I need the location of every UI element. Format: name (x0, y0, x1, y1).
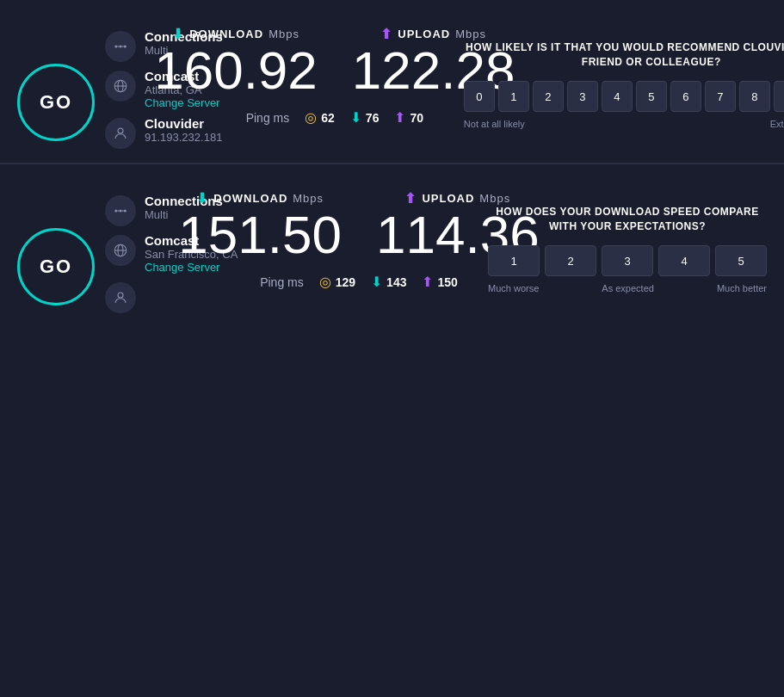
isp-icon-1 (105, 71, 136, 102)
much-worse-label: Much worse (488, 283, 539, 293)
survey-question-2: HOW DOES YOUR DOWNLOAD SPEED COMPARE WIT… (488, 205, 767, 234)
rating-button-0[interactable]: 0 (464, 81, 495, 112)
go-button-2[interactable]: GO (17, 228, 95, 305)
ping-dl-value-1: 76 (366, 111, 380, 125)
go-button-1[interactable]: GO (17, 64, 95, 141)
rating-button-2[interactable]: 2 (533, 81, 564, 112)
rating-button-5-3[interactable]: 3 (602, 245, 653, 276)
rating-row-1: 012345678910 (464, 81, 784, 112)
not-likely-label: Not at all likely (464, 119, 525, 129)
rating-button-5-4[interactable]: 4 (658, 245, 710, 276)
download-block-2: ⬇ DOWNLOAD Mbps 151.50 (178, 190, 342, 262)
isp-icon-2 (105, 235, 136, 266)
svg-point-8 (118, 128, 123, 133)
rating-labels-2: Much worse As expected Much better (488, 283, 767, 293)
server-row-2 (105, 281, 238, 313)
ping-dl-icon: ⬇ (350, 109, 361, 126)
server-ip-1: 91.193.232.181 (145, 131, 222, 144)
ping-server-2: ◎ 129 (319, 274, 355, 290)
svg-point-17 (118, 293, 123, 298)
connections-icon-2 (105, 195, 136, 226)
rating-labels-1: Not at all likely Extremely Likely (464, 119, 784, 129)
svg-point-0 (114, 46, 117, 48)
server-icon-2 (105, 282, 136, 313)
svg-point-9 (114, 210, 117, 213)
download-block-1: ⬇ DOWNLOAD Mbps 160.92 (154, 26, 318, 97)
server-label-1: Clouvider (145, 116, 222, 131)
ping-ul-value-2: 150 (437, 275, 457, 289)
rating-button-1[interactable]: 1 (498, 81, 529, 112)
server-icon-1 (105, 118, 136, 149)
svg-point-10 (120, 210, 122, 213)
panel-1: GO Connections Multi (0, 0, 784, 163)
go-button-wrap-2: GO (17, 185, 95, 305)
ping-ul-value-1: 70 (410, 111, 423, 125)
much-better-label: Much better (717, 283, 767, 293)
ping-icon-2: ◎ (319, 274, 331, 290)
go-button-wrap: GO (17, 21, 95, 141)
rating-row-2: 12345 (488, 245, 767, 276)
ping-ul-icon: ⬆ (394, 109, 405, 126)
ping-value-2: 129 (336, 275, 355, 289)
panel-1-stats: ⬇ DOWNLOAD Mbps 160.92 ⬆ UPLOAD Mbps 122… (223, 21, 447, 149)
rating-button-5-2[interactable]: 2 (545, 245, 596, 276)
panel-2-survey: HOW DOES YOUR DOWNLOAD SPEED COMPARE WIT… (471, 185, 784, 313)
rating-button-5-5[interactable]: 5 (715, 245, 767, 276)
ping-dl-icon-2: ⬇ (371, 274, 382, 290)
ping-dl-value-2: 143 (386, 275, 406, 289)
ping-value-1: 62 (321, 111, 335, 125)
ping-icon-1: ◎ (305, 109, 317, 126)
rating-button-8[interactable]: 8 (739, 81, 770, 112)
svg-point-1 (120, 46, 122, 48)
ping-dl-2: ⬇ 143 (371, 274, 406, 290)
ping-ul-icon-2: ⬆ (422, 274, 433, 290)
ping-server-1: ◎ 62 (305, 109, 335, 126)
rating-button-9[interactable]: 9 (774, 81, 784, 112)
connections-icon-1 (105, 31, 136, 62)
panel-1-survey: HOW LIKELY IS IT THAT YOU WOULD RECOMMEN… (447, 21, 784, 149)
server-row-1: Clouvider 91.193.232.181 (105, 116, 223, 149)
ping-label-1: Ping ms (246, 111, 290, 125)
rating-button-5-1[interactable]: 1 (488, 245, 540, 276)
rating-button-3[interactable]: 3 (567, 81, 598, 112)
ping-dl-1: ⬇ 76 (350, 109, 380, 126)
ping-ul-1: ⬆ 70 (394, 109, 423, 126)
ping-ul-2: ⬆ 150 (422, 274, 457, 290)
rating-button-7[interactable]: 7 (705, 81, 736, 112)
server-text-1: Clouvider 91.193.232.181 (145, 116, 222, 144)
download-value-2: 151.50 (178, 208, 342, 262)
ping-row-1: Ping ms ◎ 62 ⬇ 76 ⬆ 70 (246, 109, 423, 126)
rating-button-5[interactable]: 5 (636, 81, 667, 112)
download-value-1: 160.92 (154, 44, 318, 97)
rating-button-6[interactable]: 6 (670, 81, 701, 112)
extremely-likely-label: Extremely Likely (770, 119, 784, 129)
panel-2-stats: ⬇ DOWNLOAD Mbps 151.50 ⬆ UPLOAD Mbps 114… (247, 185, 471, 313)
ping-row-2: Ping ms ◎ 129 ⬇ 143 ⬆ 150 (260, 274, 458, 290)
as-expected-label: As expected (602, 283, 654, 293)
ping-label-2: Ping ms (260, 275, 304, 289)
survey-question-1: HOW LIKELY IS IT THAT YOU WOULD RECOMMEN… (464, 40, 784, 70)
rating-button-4[interactable]: 4 (602, 81, 633, 112)
panel-2: GO Connections Multi (0, 164, 784, 327)
